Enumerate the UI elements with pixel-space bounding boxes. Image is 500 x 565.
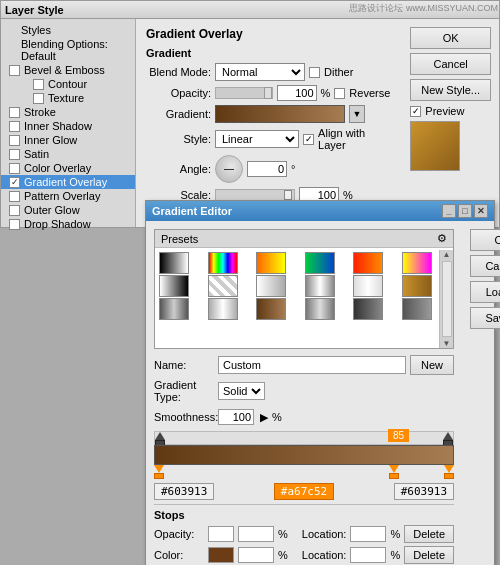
satin-checkbox[interactable] (9, 149, 20, 160)
delete-button-2[interactable]: Delete (404, 546, 454, 564)
location-input-2[interactable] (350, 547, 386, 563)
style-select[interactable]: Linear (215, 130, 299, 148)
gradient-bar[interactable] (215, 105, 345, 123)
sidebar-inner-glow[interactable]: Inner Glow (1, 133, 135, 147)
opacity-stop-left[interactable] (155, 432, 165, 446)
opacity-color-swatch[interactable] (208, 526, 234, 542)
preset-17[interactable] (353, 298, 383, 320)
color-overlay-checkbox[interactable] (9, 163, 20, 174)
bevel-emboss-checkbox[interactable] (9, 65, 20, 76)
location-input-1[interactable] (350, 526, 386, 542)
ge-cancel-button[interactable]: Cancel (470, 255, 500, 277)
presets-gear-icon[interactable]: ⚙ (437, 232, 447, 245)
opacity-value-input[interactable] (238, 526, 274, 542)
sidebar-bevel-label: Bevel & Emboss (24, 64, 105, 76)
preset-13[interactable] (159, 298, 189, 320)
ge-smoothness-input[interactable] (218, 409, 254, 425)
sidebar-inner-shadow-label: Inner Shadow (24, 120, 92, 132)
stops-title: Stops (154, 509, 454, 521)
preset-1[interactable] (159, 252, 189, 274)
color-stops-bar (154, 465, 454, 481)
color-value-input[interactable] (238, 547, 274, 563)
scroll-thumb[interactable] (442, 261, 452, 337)
opacity-stop-right[interactable] (443, 432, 453, 446)
color-stop-mid[interactable] (389, 465, 399, 479)
ok-button[interactable]: OK (410, 27, 491, 49)
sidebar-styles[interactable]: Styles (1, 23, 135, 37)
sidebar-contour[interactable]: Contour (1, 77, 135, 91)
sidebar-texture[interactable]: Texture (1, 91, 135, 105)
inner-glow-checkbox[interactable] (9, 135, 20, 146)
delete-button-1[interactable]: Delete (404, 525, 454, 543)
preset-6[interactable] (402, 252, 432, 274)
outer-glow-checkbox[interactable] (9, 205, 20, 216)
preset-7[interactable] (159, 275, 189, 297)
preset-11[interactable] (353, 275, 383, 297)
dither-checkbox[interactable] (309, 67, 320, 78)
ge-load-button[interactable]: Load... (470, 281, 500, 303)
gradient-overlay-checkbox[interactable]: ✓ (9, 177, 20, 188)
stroke-checkbox[interactable] (9, 107, 20, 118)
preset-14[interactable] (208, 298, 238, 320)
presets-box: Presets ⚙ (154, 229, 454, 349)
preset-10[interactable] (305, 275, 335, 297)
scale-thumb[interactable] (284, 190, 292, 200)
sidebar-drop-shadow[interactable]: Drop Shadow (1, 217, 135, 231)
cancel-button[interactable]: Cancel (410, 53, 491, 75)
color-swatch[interactable] (208, 547, 234, 563)
opacity-input[interactable] (277, 85, 317, 101)
preset-16[interactable] (305, 298, 335, 320)
scroll-up-arrow[interactable]: ▲ (443, 250, 451, 259)
presets-scrollbar[interactable]: ▲ ▼ (439, 250, 453, 348)
sidebar-outer-glow[interactable]: Outer Glow (1, 203, 135, 217)
preset-4[interactable] (305, 252, 335, 274)
contour-checkbox[interactable] (33, 79, 44, 90)
angle-input[interactable] (247, 161, 287, 177)
ge-name-input[interactable] (218, 356, 406, 374)
sidebar-satin[interactable]: Satin (1, 147, 135, 161)
preset-3[interactable] (256, 252, 286, 274)
sidebar-bevel-emboss[interactable]: Bevel & Emboss (1, 63, 135, 77)
scroll-down-arrow[interactable]: ▼ (443, 339, 451, 348)
sidebar-blending-options[interactable]: Blending Options: Default (1, 37, 135, 63)
watermark: 思路设计论坛 www.MISSYUAN.COM (347, 0, 500, 17)
sidebar-color-overlay[interactable]: Color Overlay (1, 161, 135, 175)
angle-dial[interactable] (215, 155, 243, 183)
ge-new-button[interactable]: New (410, 355, 454, 375)
sidebar-stroke[interactable]: Stroke (1, 105, 135, 119)
blend-mode-select[interactable]: Normal (215, 63, 305, 81)
preset-18[interactable] (402, 298, 432, 320)
ge-smoothness-arrow[interactable]: ▶ (260, 411, 268, 424)
opacity-stop-label: Opacity: (154, 528, 204, 540)
maximize-button[interactable]: □ (458, 204, 472, 218)
drop-shadow-checkbox[interactable] (9, 219, 20, 230)
sidebar-gradient-overlay[interactable]: ✓ Gradient Overlay (1, 175, 135, 189)
pattern-overlay-checkbox[interactable] (9, 191, 20, 202)
ge-type-select[interactable]: Solid (218, 382, 265, 400)
new-style-button[interactable]: New Style... (410, 79, 491, 101)
preset-8[interactable] (208, 275, 238, 297)
preset-2[interactable] (208, 252, 238, 274)
reverse-checkbox[interactable] (334, 88, 345, 99)
texture-checkbox[interactable] (33, 93, 44, 104)
ge-content: Presets ⚙ (146, 221, 494, 565)
color-stop-left[interactable] (154, 465, 164, 479)
inner-shadow-checkbox[interactable] (9, 121, 20, 132)
gradient-swatch[interactable]: ▼ (215, 105, 365, 123)
preset-9[interactable] (256, 275, 286, 297)
preset-5[interactable] (353, 252, 383, 274)
color-stop-right[interactable] (444, 465, 454, 479)
ge-ok-button[interactable]: OK (470, 229, 500, 251)
preview-row: ✓ Preview (410, 105, 491, 117)
minimize-button[interactable]: _ (442, 204, 456, 218)
gradient-dropdown-arrow[interactable]: ▼ (349, 105, 365, 123)
ge-gradient-bar[interactable] (154, 445, 454, 465)
close-button[interactable]: ✕ (474, 204, 488, 218)
sidebar-pattern-overlay[interactable]: Pattern Overlay (1, 189, 135, 203)
sidebar-inner-shadow[interactable]: Inner Shadow (1, 119, 135, 133)
ge-save-button[interactable]: Save... (470, 307, 500, 329)
align-with-layer-checkbox[interactable]: ✓ (303, 134, 314, 145)
preset-15[interactable] (256, 298, 286, 320)
preview-checkbox[interactable]: ✓ (410, 106, 421, 117)
preset-12[interactable] (402, 275, 432, 297)
